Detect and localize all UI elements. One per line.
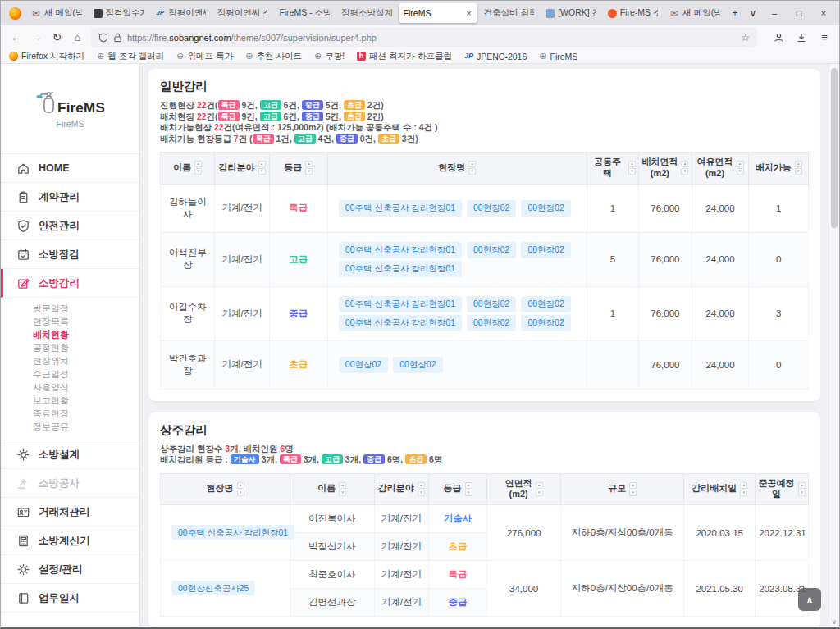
site-chip[interactable]: 00현장02 xyxy=(521,200,570,217)
account-icon[interactable] xyxy=(769,28,788,47)
sidebar-item-supervision[interactable]: 소방감리 xyxy=(1,269,139,298)
site-chip[interactable]: 00주택 신축공사 감리현장01 xyxy=(339,296,462,312)
submenu-item[interactable]: 현장위치 xyxy=(1,354,139,367)
site-chip[interactable]: 00현장02 xyxy=(339,357,388,373)
bookmark-star-icon[interactable]: ☆ xyxy=(741,32,750,43)
forward-button[interactable]: → xyxy=(26,28,47,47)
bookmark-item[interactable]: ⊕쿠팡! xyxy=(314,51,345,62)
sidebar-item-journal[interactable]: 업무일지 xyxy=(1,584,139,613)
sidebar-item-settings[interactable]: 설정/관리 xyxy=(1,555,139,584)
sort-asc-icon[interactable]: ▲ xyxy=(629,482,637,489)
site-chip[interactable]: 00주택 신축공사 감리현장01 xyxy=(171,525,294,540)
url-bar[interactable]: https://fire.sobangnet.com/theme/s007/su… xyxy=(91,28,757,47)
vertical-scrollbar[interactable]: ∨ xyxy=(829,64,839,627)
browser-tab[interactable]: 건축설비 최적화 시스 xyxy=(479,3,540,23)
sidebar-item-home[interactable]: HOME xyxy=(1,154,139,183)
site-chip[interactable]: 00현장02 xyxy=(521,296,570,312)
site-chip[interactable]: 00현장02 xyxy=(521,242,570,258)
site-chip[interactable]: 00현장02 xyxy=(393,357,442,373)
scrollbar-thumb[interactable] xyxy=(831,68,838,228)
submenu-item[interactable]: 방문일정 xyxy=(1,302,139,315)
browser-tab[interactable]: ✉새 메일(받은메일 xyxy=(664,3,725,23)
submenu-item[interactable]: 보고현황 xyxy=(1,394,139,407)
column-header[interactable]: 등급▲▼ xyxy=(269,153,327,185)
column-header[interactable]: 여유면적(m2)▲▼ xyxy=(692,153,749,185)
site-chip[interactable]: 00주택 신축공사 감리현장01 xyxy=(339,200,462,217)
sidebar-item-safety[interactable]: 안전관리 xyxy=(1,212,139,240)
column-header[interactable]: 이름▲▼ xyxy=(290,473,375,505)
sort-desc-icon[interactable]: ▼ xyxy=(468,168,476,175)
sort-desc-icon[interactable]: ▼ xyxy=(305,168,313,175)
bookmark-item[interactable]: JPJPENC-2016 xyxy=(464,52,527,62)
sidebar-item-inspection[interactable]: 소방점검 xyxy=(1,240,139,269)
browser-tab[interactable]: 정평소방설계 프로그 xyxy=(336,3,397,23)
submenu-item[interactable]: 정보공유 xyxy=(1,420,139,433)
browser-tab[interactable]: FireMS - 소방감리 프 xyxy=(274,3,335,23)
downloads-icon[interactable] xyxy=(792,28,811,47)
bookmark-item[interactable]: Firefox 시작하기 xyxy=(9,51,84,62)
sort-asc-icon[interactable]: ▲ xyxy=(468,161,476,167)
sort-desc-icon[interactable]: ▼ xyxy=(194,168,202,175)
browser-tab[interactable]: JP정평이앤씨 소방 xyxy=(150,3,211,23)
column-header[interactable]: 감리배치일▲▼ xyxy=(684,473,756,505)
site-chip[interactable]: 00현장신축공사25 xyxy=(171,581,255,595)
browser-tab[interactable]: 점검일수계산기 xyxy=(89,3,149,23)
bookmark-item[interactable]: ⊕위메프-특가 xyxy=(176,51,233,62)
site-chip[interactable]: 00주택 신축공사 감리현장01 xyxy=(339,261,462,277)
sort-asc-icon[interactable]: ▲ xyxy=(194,161,202,167)
site-chip[interactable]: 00현장02 xyxy=(467,242,516,258)
sort-asc-icon[interactable]: ▲ xyxy=(681,161,688,167)
sort-asc-icon[interactable]: ▲ xyxy=(628,161,636,167)
browser-tab[interactable]: 정평이앤씨 소방안전 xyxy=(212,3,273,23)
sort-desc-icon[interactable]: ▼ xyxy=(737,168,744,175)
tab-overflow-button[interactable]: ∨ xyxy=(744,4,762,22)
submenu-item[interactable]: 수금일정 xyxy=(1,367,139,381)
sort-asc-icon[interactable]: ▲ xyxy=(795,161,802,167)
column-header[interactable]: 연면적(m2)▲▼ xyxy=(487,473,561,505)
column-header[interactable]: 배치면적(m2)▲▼ xyxy=(639,153,692,185)
site-chip[interactable]: 00현장02 xyxy=(467,200,516,217)
sort-desc-icon[interactable]: ▼ xyxy=(798,490,806,496)
column-header[interactable]: 규모▲▼ xyxy=(561,473,684,505)
column-header[interactable]: 이름▲▼ xyxy=(161,153,215,185)
site-chip[interactable]: 00현장02 xyxy=(467,315,516,331)
site-chip[interactable]: 00현장02 xyxy=(521,315,570,331)
sidebar-item-calculator[interactable]: 소방계산기 xyxy=(1,526,139,555)
column-header[interactable]: 등급▲▼ xyxy=(429,473,487,505)
reload-button[interactable]: ↻ xyxy=(47,28,67,47)
sort-asc-icon[interactable]: ▲ xyxy=(737,161,744,167)
sort-asc-icon[interactable]: ▲ xyxy=(305,161,313,167)
sort-asc-icon[interactable]: ▲ xyxy=(798,482,806,489)
bookmark-item[interactable]: ⊕추천 사이트 xyxy=(245,51,302,62)
bookmark-item[interactable]: ⊕웹 조각 갤러리 xyxy=(97,51,164,62)
column-header[interactable]: 감리분야▲▼ xyxy=(374,473,428,505)
scrollbar-down-arrow[interactable]: ∨ xyxy=(829,618,839,626)
sidebar-item-contract[interactable]: 계약관리 xyxy=(1,183,139,212)
column-header[interactable]: 현장명▲▼ xyxy=(161,473,290,505)
bookmark-item[interactable]: ⊕FireMS xyxy=(539,52,578,62)
app-logo[interactable]: FireMS FireMS xyxy=(1,64,139,154)
sort-desc-icon[interactable]: ▼ xyxy=(536,490,543,496)
sort-desc-icon[interactable]: ▼ xyxy=(418,490,425,496)
site-chip[interactable]: 00주택 신축공사 감리현장01 xyxy=(339,315,462,331)
sidebar-item-design[interactable]: 소방설계 xyxy=(1,440,139,469)
sort-asc-icon[interactable]: ▲ xyxy=(418,482,425,489)
sort-asc-icon[interactable]: ▲ xyxy=(465,482,472,489)
submenu-item[interactable]: 현장목록 xyxy=(1,315,139,328)
sort-asc-icon[interactable]: ▲ xyxy=(536,482,543,489)
sort-asc-icon[interactable]: ▲ xyxy=(740,482,747,489)
browser-tab[interactable]: Fire-MS 소방넷 xyxy=(603,3,664,23)
close-button[interactable]: × xyxy=(811,2,836,24)
sort-desc-icon[interactable]: ▼ xyxy=(237,490,244,496)
sort-asc-icon[interactable]: ▲ xyxy=(237,482,244,489)
sidebar-item-clients[interactable]: 거래처관리 xyxy=(1,498,139,526)
sort-desc-icon[interactable]: ▼ xyxy=(465,490,472,496)
home-button[interactable]: ⌂ xyxy=(67,28,88,47)
submenu-item[interactable]: 종료현장 xyxy=(1,407,139,420)
firefox-view-button[interactable] xyxy=(4,3,25,23)
sort-desc-icon[interactable]: ▼ xyxy=(339,490,346,496)
sort-desc-icon[interactable]: ▼ xyxy=(629,490,637,496)
maximize-button[interactable]: □ xyxy=(787,2,811,24)
back-button[interactable]: ← xyxy=(6,28,26,47)
tab-close-icon[interactable]: × xyxy=(465,8,472,18)
